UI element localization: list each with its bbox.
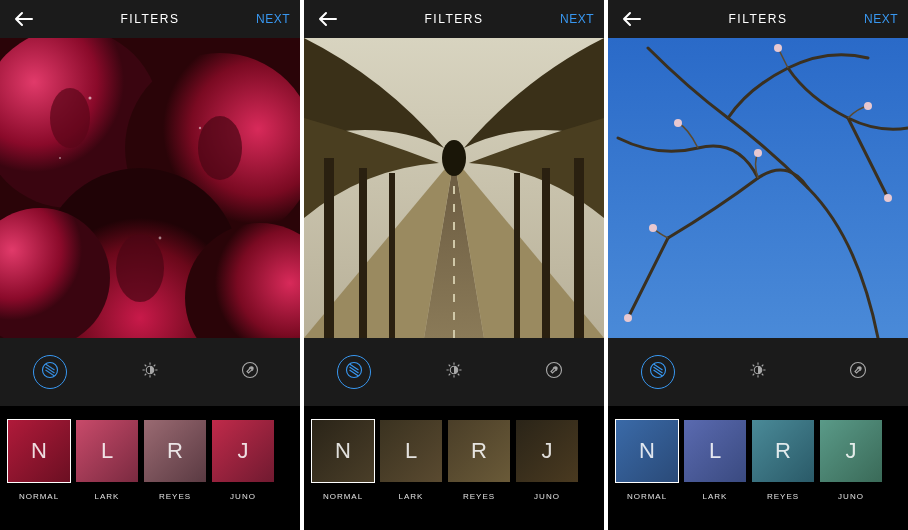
filter-letter: N (639, 438, 655, 464)
next-button[interactable]: NEXT (256, 12, 290, 26)
filter-label: LARK (399, 492, 424, 501)
back-arrow-icon (318, 11, 338, 27)
filter-label: LARK (95, 492, 120, 501)
svg-point-37 (884, 194, 892, 202)
filter-item-normal[interactable]: N NORMAL (616, 420, 678, 501)
tool-row (0, 338, 300, 406)
filter-strip[interactable]: N NORMAL L LARK R REYES J JUNO (304, 406, 604, 530)
filter-item-lark[interactable]: L LARK (684, 420, 746, 501)
filter-label: NORMAL (19, 492, 59, 501)
filter-tool-button[interactable] (641, 355, 675, 389)
filter-thumb: N (8, 420, 70, 482)
back-button[interactable] (312, 5, 344, 33)
svg-rect-23 (389, 173, 395, 338)
filter-item-juno[interactable]: J JUNO (820, 420, 882, 501)
filter-icon (649, 361, 667, 383)
filter-letter: J (238, 438, 249, 464)
filter-thumb: R (752, 420, 814, 482)
photo-preview[interactable] (0, 38, 300, 338)
edit-tool-button[interactable] (537, 355, 571, 389)
back-button[interactable] (616, 5, 648, 33)
screen-1: FILTERS NEXT (0, 0, 300, 530)
filter-letter: R (167, 438, 183, 464)
tool-row (304, 338, 604, 406)
filter-item-normal[interactable]: N NORMAL (8, 420, 70, 501)
filter-thumb: N (312, 420, 374, 482)
header: FILTERS NEXT (0, 0, 300, 38)
lux-tool-button[interactable] (437, 355, 471, 389)
edit-tool-button[interactable] (841, 355, 875, 389)
filter-item-reyes[interactable]: R REYES (752, 420, 814, 501)
filter-letter: J (846, 438, 857, 464)
svg-point-36 (649, 224, 657, 232)
lux-tool-button[interactable] (133, 355, 167, 389)
filter-thumb: L (684, 420, 746, 482)
lux-tool-button[interactable] (741, 355, 775, 389)
filter-icon (41, 361, 59, 383)
filter-label: NORMAL (627, 492, 667, 501)
screen-2: FILTERS NEXT (304, 0, 604, 530)
filter-item-reyes[interactable]: R REYES (448, 420, 510, 501)
filter-label: REYES (159, 492, 191, 501)
next-button[interactable]: NEXT (864, 12, 898, 26)
lux-icon (445, 361, 463, 383)
filter-thumb: R (144, 420, 206, 482)
svg-point-30 (547, 363, 562, 378)
svg-point-8 (116, 234, 164, 302)
svg-point-12 (59, 157, 61, 159)
back-arrow-icon (14, 11, 34, 27)
tool-row (608, 338, 908, 406)
filter-letter: L (709, 438, 721, 464)
filter-item-normal[interactable]: N NORMAL (312, 420, 374, 501)
svg-point-10 (199, 127, 201, 129)
filter-label: JUNO (534, 492, 560, 501)
filter-label: REYES (767, 492, 799, 501)
filter-icon (345, 361, 363, 383)
filter-item-lark[interactable]: L LARK (76, 420, 138, 501)
header: FILTERS NEXT (304, 0, 604, 38)
header: FILTERS NEXT (608, 0, 908, 38)
next-button[interactable]: NEXT (560, 12, 594, 26)
photo-preview[interactable] (304, 38, 604, 338)
svg-point-11 (159, 237, 162, 240)
svg-point-33 (754, 149, 762, 157)
filter-thumb: L (380, 420, 442, 482)
filter-thumb: R (448, 420, 510, 482)
filter-tool-button[interactable] (337, 355, 371, 389)
back-button[interactable] (8, 5, 40, 33)
filter-item-reyes[interactable]: R REYES (144, 420, 206, 501)
filter-item-lark[interactable]: L LARK (380, 420, 442, 501)
filter-tool-button[interactable] (33, 355, 67, 389)
lux-icon (749, 361, 767, 383)
photo-preview[interactable] (608, 38, 908, 338)
screen-3: FILTERS NEXT (608, 0, 908, 530)
filter-label: JUNO (838, 492, 864, 501)
filter-thumb: N (616, 420, 678, 482)
svg-point-6 (50, 88, 90, 148)
svg-rect-25 (542, 168, 550, 338)
svg-point-32 (674, 119, 682, 127)
filter-letter: L (101, 438, 113, 464)
svg-point-15 (243, 363, 258, 378)
svg-rect-21 (324, 158, 334, 338)
filter-strip[interactable]: N NORMAL L LARK R REYES J JUNO (0, 406, 300, 530)
svg-point-41 (851, 363, 866, 378)
edit-tool-button[interactable] (233, 355, 267, 389)
filter-letter: R (775, 438, 791, 464)
page-title: FILTERS (729, 12, 788, 26)
svg-rect-24 (574, 158, 584, 338)
filter-item-juno[interactable]: J JUNO (212, 420, 274, 501)
svg-rect-26 (514, 173, 520, 338)
filter-item-juno[interactable]: J JUNO (516, 420, 578, 501)
filter-label: JUNO (230, 492, 256, 501)
wrench-icon (241, 361, 259, 383)
filter-strip[interactable]: N NORMAL L LARK R REYES J JUNO (608, 406, 908, 530)
filter-thumb: J (212, 420, 274, 482)
svg-rect-31 (608, 38, 908, 338)
wrench-icon (545, 361, 563, 383)
svg-point-38 (624, 314, 632, 322)
filter-letter: J (542, 438, 553, 464)
svg-point-35 (864, 102, 872, 110)
wrench-icon (849, 361, 867, 383)
svg-rect-22 (359, 168, 367, 338)
